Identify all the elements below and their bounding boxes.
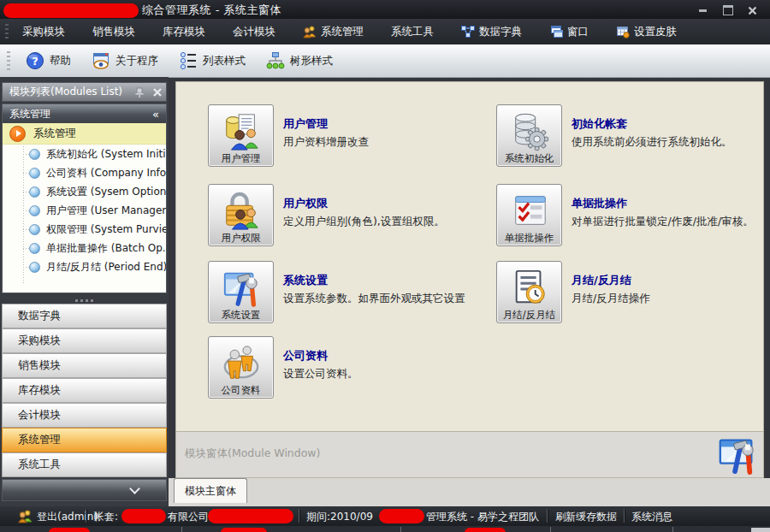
menu-label: 会计模块 bbox=[233, 25, 275, 39]
window-icon bbox=[549, 25, 563, 38]
node-icon bbox=[29, 243, 40, 254]
tree-item-label: 系统设置 (Sysem Options) bbox=[46, 185, 166, 199]
node-icon bbox=[29, 186, 40, 198]
tree-item[interactable]: 系统设置 (Sysem Options) bbox=[3, 182, 166, 201]
module-window-icon bbox=[717, 435, 756, 475]
status-separator bbox=[86, 509, 86, 523]
tile-button-system-settings[interactable]: 系统设置 bbox=[208, 261, 274, 323]
menu-system-admin[interactable]: 系统管理 bbox=[294, 21, 372, 43]
module-group-system-admin[interactable]: 系统管理 bbox=[2, 428, 167, 452]
tile-button-user-management[interactable]: 用户管理 bbox=[208, 104, 274, 167]
tile-title[interactable]: 系统设置 bbox=[283, 273, 328, 288]
collapse-icon[interactable]: « bbox=[152, 108, 159, 121]
tile-button-label: 系统初始化 bbox=[505, 151, 554, 166]
module-group-sales[interactable]: 销售模块 bbox=[2, 353, 167, 378]
module-window-panel: 模块窗体(Module Window) bbox=[175, 432, 764, 478]
redaction-blob bbox=[221, 528, 267, 532]
status-separator bbox=[181, 527, 182, 532]
window-title: 综合管理系统 - 系统主窗体 bbox=[142, 3, 281, 18]
status-separator bbox=[624, 509, 625, 523]
module-group-label: 库存模块 bbox=[18, 383, 61, 398]
module-group-accounting[interactable]: 会计模块 bbox=[2, 403, 167, 428]
refresh-cache-button[interactable]: 刷新缓存数据 bbox=[555, 510, 617, 524]
modules-sidebar: 模块列表(Modules List) 系统管理 « 系统管理 系统初始化 (Sy… bbox=[0, 77, 169, 506]
tile-title[interactable]: 公司资料 bbox=[283, 348, 328, 364]
node-icon bbox=[29, 224, 40, 235]
menu-label: 设置皮肤 bbox=[634, 25, 677, 39]
tab-module-main-window[interactable]: 模块主窗体 bbox=[174, 478, 247, 503]
tree-item[interactable]: 月结/反月结 (Period End) bbox=[3, 257, 166, 276]
menu-data-dictionary[interactable]: 数据字典 bbox=[453, 21, 530, 43]
tree-root-selected[interactable]: 系统管理 bbox=[3, 123, 166, 145]
menu-window[interactable]: 窗口 bbox=[541, 21, 597, 43]
tile-title[interactable]: 单据批操作 bbox=[572, 196, 627, 211]
tile-desc: 定义用户组别(角色),设置组权限。 bbox=[283, 215, 445, 229]
tree-item-label: 权限管理 (System Purvie... bbox=[46, 222, 166, 237]
tile-button-company-info[interactable]: 公司资料 bbox=[208, 336, 274, 399]
tree-item[interactable]: 用户管理 (User Managem... bbox=[3, 201, 166, 220]
user-rights-icon bbox=[221, 192, 262, 231]
module-group-label: 系统管理 bbox=[18, 433, 61, 447]
status-separator bbox=[672, 527, 673, 532]
sidebar-overflow-bar[interactable] bbox=[2, 479, 167, 501]
menu-sales[interactable]: 销售模块 bbox=[84, 21, 144, 43]
tile-desc: 设置系统参数。如界面外观或其它设置 bbox=[283, 292, 465, 306]
module-group-inventory[interactable]: 库存模块 bbox=[2, 378, 167, 403]
section-header[interactable]: 系统管理 « bbox=[3, 104, 166, 123]
logout-button[interactable]: 登出(admin) bbox=[37, 510, 98, 524]
maximize-button[interactable] bbox=[717, 4, 739, 16]
module-group-purchase[interactable]: 采购模块 bbox=[2, 328, 167, 353]
list-style-button[interactable]: 列表样式 bbox=[170, 48, 254, 74]
pin-icon[interactable] bbox=[133, 86, 145, 98]
menu-label: 采购模块 bbox=[22, 25, 65, 39]
tree-item-label: 系统初始化 (System Initi... bbox=[46, 147, 166, 162]
tile-button-system-init[interactable]: 系统初始化 bbox=[496, 104, 562, 167]
node-icon bbox=[29, 205, 40, 216]
menu-set-skin[interactable]: 设置皮肤 bbox=[607, 21, 685, 43]
toolbar-label: 帮助 bbox=[50, 54, 71, 68]
tree-item[interactable]: 系统初始化 (System Initi... bbox=[3, 145, 166, 163]
list-style-icon bbox=[179, 51, 198, 70]
menu-label: 数据字典 bbox=[479, 25, 522, 39]
application-window: 综合管理系统 - 系统主窗体 采购模块 销售模块 库存模块 会计模块 系统管理 … bbox=[0, 0, 770, 532]
module-group-system-tools[interactable]: 系统工具 bbox=[2, 452, 167, 477]
tile-button-batch-ops[interactable]: 单据批操作 bbox=[496, 184, 562, 246]
tree-item[interactable]: 权限管理 (System Purvie... bbox=[3, 220, 166, 239]
tree-item[interactable]: 单据批量操作 (Batch Op... bbox=[3, 239, 166, 257]
redaction-blob bbox=[465, 528, 506, 532]
tile-title[interactable]: 用户权限 bbox=[283, 196, 328, 211]
redaction-blob bbox=[379, 509, 424, 523]
system-messages-button[interactable]: 系统消息 bbox=[631, 510, 672, 524]
sidebar-splitter[interactable] bbox=[2, 297, 167, 304]
close-panel-icon[interactable] bbox=[152, 87, 163, 98]
menu-label: 系统管理 bbox=[321, 25, 364, 39]
module-group-data-dictionary[interactable]: 数据字典 bbox=[2, 304, 167, 328]
tree-item[interactable]: 公司资料 (Company Infor... bbox=[3, 163, 166, 182]
status-separator bbox=[299, 509, 299, 523]
tile-button-label: 系统设置 bbox=[222, 308, 261, 322]
company-info-icon bbox=[221, 344, 262, 383]
tree-style-button[interactable]: 树形样式 bbox=[258, 48, 341, 74]
tile-title[interactable]: 初始化帐套 bbox=[572, 116, 627, 132]
about-button[interactable]: 关于程序 bbox=[83, 48, 167, 74]
menu-grip bbox=[5, 24, 9, 39]
menu-accounting[interactable]: 会计模块 bbox=[224, 21, 284, 43]
system-settings-icon bbox=[221, 269, 262, 308]
tile-button-user-rights[interactable]: 用户权限 bbox=[208, 184, 274, 246]
status-separator bbox=[547, 509, 548, 523]
toolbar-grip bbox=[7, 51, 10, 70]
minimize-button[interactable] bbox=[691, 4, 714, 16]
close-button[interactable] bbox=[741, 4, 763, 16]
tile-button-period-end[interactable]: 月结/反月结 bbox=[496, 261, 562, 323]
tile-title[interactable]: 用户管理 bbox=[283, 116, 328, 132]
user-management-icon bbox=[221, 112, 262, 151]
menu-bar: 采购模块 销售模块 库存模块 会计模块 系统管理 系统工具 数据字典 bbox=[0, 19, 770, 44]
menu-system-tools[interactable]: 系统工具 bbox=[382, 21, 442, 43]
menu-inventory[interactable]: 库存模块 bbox=[154, 21, 214, 43]
help-button[interactable]: ? 帮助 bbox=[17, 48, 80, 74]
tile-desc: 对单据进行批量锁定/作废/批准/审核。 bbox=[572, 215, 754, 229]
menu-purchase[interactable]: 采购模块 bbox=[14, 21, 74, 43]
minimize-icon bbox=[699, 9, 707, 12]
tree-item-label: 月结/反月结 (Period End) bbox=[46, 260, 166, 275]
tile-title[interactable]: 月结/反月结 bbox=[572, 273, 631, 288]
